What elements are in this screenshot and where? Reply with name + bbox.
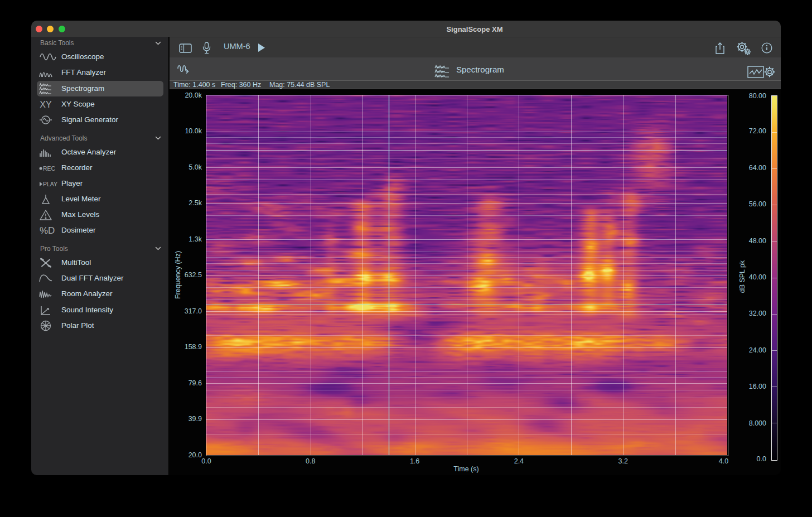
- svg-text:XY: XY: [40, 99, 52, 109]
- svg-text:REC: REC: [43, 165, 56, 172]
- svg-text:%D: %D: [40, 225, 55, 236]
- svg-text:PLAY: PLAY: [43, 181, 57, 187]
